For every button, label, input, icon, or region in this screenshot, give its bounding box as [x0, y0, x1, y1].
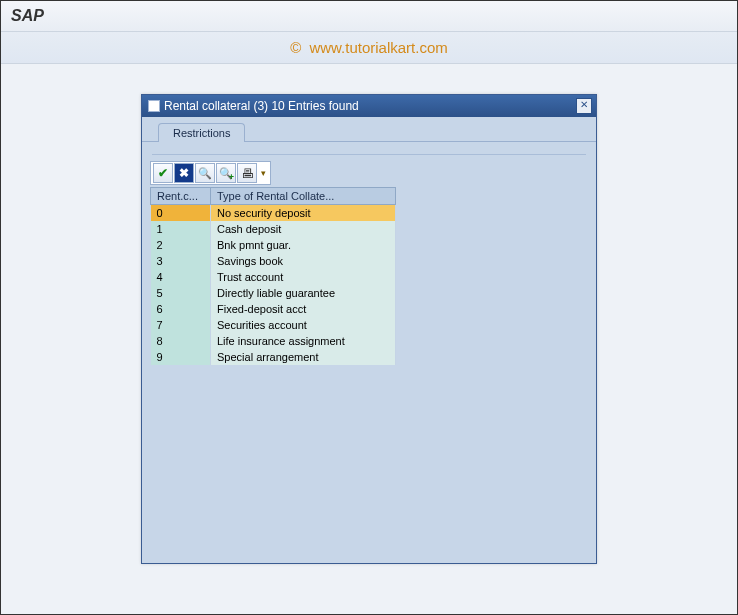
col-header-desc[interactable]: Type of Rental Collate... — [211, 188, 396, 205]
result-grid-wrap: Rent.c... Type of Rental Collate... 0No … — [150, 185, 588, 365]
cell-desc: Cash deposit — [211, 221, 396, 237]
cell-code: 4 — [151, 269, 211, 285]
value-help-dialog: Rental collateral (3) 10 Entries found ✕… — [141, 94, 597, 564]
table-row[interactable]: 5Directly liable guarantee — [151, 285, 396, 301]
result-grid: Rent.c... Type of Rental Collate... 0No … — [150, 187, 396, 365]
cell-desc: Directly liable guarantee — [211, 285, 396, 301]
cell-code: 5 — [151, 285, 211, 301]
cell-code: 6 — [151, 301, 211, 317]
toolbar-more-dropdown[interactable]: ▾ — [258, 163, 268, 183]
dialog-system-icon — [148, 100, 160, 112]
main-canvas: Rental collateral (3) 10 Entries found ✕… — [1, 64, 737, 615]
result-toolbar: ✔ ✖ 🔍 🔍 🖶 ▾ — [150, 161, 271, 185]
find-button[interactable]: 🔍 — [195, 163, 215, 183]
cell-code: 2 — [151, 237, 211, 253]
cell-desc: Securities account — [211, 317, 396, 333]
cell-desc: Fixed-deposit acct — [211, 301, 396, 317]
watermark-bar: © www.tutorialkart.com — [1, 32, 737, 64]
cell-desc: Savings book — [211, 253, 396, 269]
cell-desc: Special arrangement — [211, 349, 396, 365]
print-button[interactable]: 🖶 — [237, 163, 257, 183]
table-row[interactable]: 0No security deposit — [151, 205, 396, 222]
cell-code: 9 — [151, 349, 211, 365]
table-row[interactable]: 1Cash deposit — [151, 221, 396, 237]
separator — [152, 154, 586, 155]
table-row[interactable]: 8Life insurance assignment — [151, 333, 396, 349]
col-header-code[interactable]: Rent.c... — [151, 188, 211, 205]
cell-code: 7 — [151, 317, 211, 333]
cell-code: 0 — [151, 205, 211, 222]
find-next-button[interactable]: 🔍 — [216, 163, 236, 183]
binoculars-plus-icon: 🔍 — [219, 167, 233, 180]
table-row[interactable]: 7Securities account — [151, 317, 396, 333]
cell-desc: No security deposit — [211, 205, 396, 222]
app-title: SAP — [11, 7, 44, 24]
grid-header-row: Rent.c... Type of Rental Collate... — [151, 188, 396, 205]
binoculars-icon: 🔍 — [198, 167, 212, 180]
close-button[interactable]: ✕ — [576, 98, 592, 114]
copyright-symbol: © — [290, 39, 301, 56]
tab-panel: ✔ ✖ 🔍 🔍 🖶 ▾ Rent.c... Type of Rental Col… — [142, 142, 596, 563]
app-titlebar: SAP — [1, 1, 737, 32]
tab-restrictions[interactable]: Restrictions — [158, 123, 245, 142]
cancel-filter-button[interactable]: ✖ — [174, 163, 194, 183]
tab-strip: Restrictions — [142, 117, 596, 142]
cell-code: 8 — [151, 333, 211, 349]
cell-desc: Trust account — [211, 269, 396, 285]
table-row[interactable]: 2Bnk pmnt guar. — [151, 237, 396, 253]
cell-desc: Bnk pmnt guar. — [211, 237, 396, 253]
table-row[interactable]: 9Special arrangement — [151, 349, 396, 365]
dialog-title: Rental collateral (3) 10 Entries found — [164, 99, 572, 113]
cell-code: 1 — [151, 221, 211, 237]
cell-desc: Life insurance assignment — [211, 333, 396, 349]
accept-button[interactable]: ✔ — [153, 163, 173, 183]
table-row[interactable]: 6Fixed-deposit acct — [151, 301, 396, 317]
cell-code: 3 — [151, 253, 211, 269]
dialog-header: Rental collateral (3) 10 Entries found ✕ — [142, 95, 596, 117]
table-row[interactable]: 3Savings book — [151, 253, 396, 269]
table-row[interactable]: 4Trust account — [151, 269, 396, 285]
watermark-text: www.tutorialkart.com — [309, 39, 447, 56]
